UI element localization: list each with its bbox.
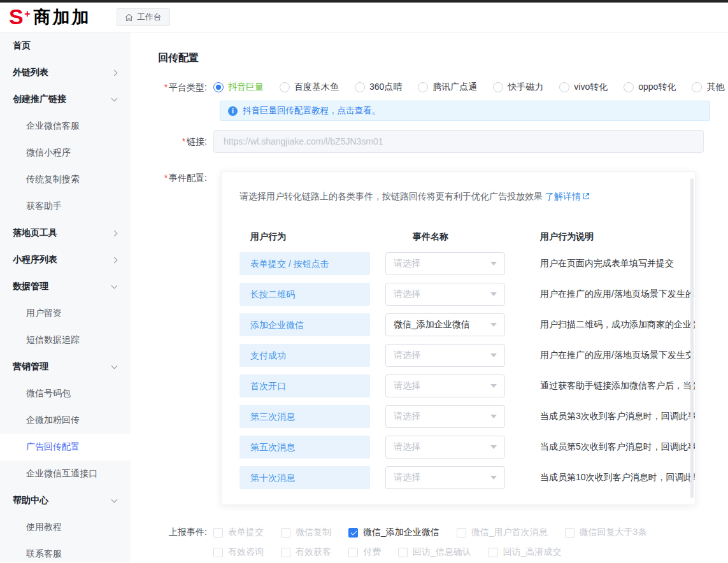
chevron-down-icon xyxy=(111,96,118,102)
event-select[interactable]: 请选择 xyxy=(385,405,505,428)
checkbox-icon xyxy=(213,528,223,538)
checkbox-paid[interactable]: 付费 xyxy=(348,546,381,558)
checkbox-valid-consult[interactable]: 有效咨询 xyxy=(213,546,264,558)
sidebar-item-home[interactable]: 首页 xyxy=(0,32,131,59)
checkbox-callback-high-intent[interactable]: 回访_高潜成交 xyxy=(489,546,562,558)
platform-radio-360[interactable]: 360点睛 xyxy=(355,82,402,93)
behavior-third-message[interactable]: 第三次消息 xyxy=(239,405,370,428)
event-config-card: 请选择用户转化链路上的各类事件，按链路回传将更有利于优化广告投放效果 了解详情 … xyxy=(221,171,696,505)
home-icon xyxy=(125,13,133,22)
event-select[interactable]: 请选择 xyxy=(385,466,505,489)
sidebar-item-help-center[interactable]: 帮助中心 xyxy=(0,487,131,514)
sidebar-item-wechat-miniprogram[interactable]: 微信小程序 xyxy=(0,139,131,166)
checkbox-icon xyxy=(281,548,290,557)
page-title: 回传配置 xyxy=(158,52,728,65)
platform-radio-group: 抖音巨量 百度基木鱼 360点睛 腾讯广点通 快手磁力 vivo转化 oppo转… xyxy=(213,82,724,93)
learn-more-link[interactable]: 了解详情 xyxy=(545,191,590,201)
brand-logo: S+ 商加加 xyxy=(9,4,91,30)
sidebar-item-marketing-management[interactable]: 营销管理 xyxy=(0,353,131,380)
event-select[interactable]: 请选择 xyxy=(385,436,505,459)
radio-icon xyxy=(280,82,290,92)
sidebar-item-contact-support[interactable]: 联系客服 xyxy=(0,541,131,562)
table-row: 第五次消息 请选择 当成员第5次收到客户消息时，回调此事... xyxy=(239,436,695,459)
chevron-down-icon xyxy=(111,497,118,503)
behavior-form-submit[interactable]: 表单提交 / 按钮点击 xyxy=(239,252,370,275)
col-header-event-name: 事件名称 xyxy=(385,231,505,243)
checkbox-icon xyxy=(489,548,498,557)
sidebar-item-copy-search[interactable]: 传统复制搜索 xyxy=(0,166,131,193)
sidebar-item-customer-helper[interactable]: 获客助手 xyxy=(0,193,131,220)
behavior-payment-success[interactable]: 支付成功 xyxy=(239,344,370,367)
required-mark: * xyxy=(164,82,168,92)
event-select[interactable]: 微信_添加企业微信 xyxy=(385,313,505,336)
checkbox-valid-lead[interactable]: 有效获客 xyxy=(281,546,331,558)
radio-icon xyxy=(355,82,365,92)
event-select[interactable]: 请选择 xyxy=(385,374,505,397)
report-events-label: 上报事件: xyxy=(158,527,213,558)
sidebar-item-sms-tracking[interactable]: 短信数据追踪 xyxy=(0,327,131,353)
sidebar-item-create-promo-link[interactable]: 创建推广链接 xyxy=(0,86,131,113)
tab-workspace[interactable]: 工作台 xyxy=(117,8,170,26)
chevron-right-icon xyxy=(111,69,118,76)
caret-down-icon xyxy=(490,415,497,418)
radio-icon xyxy=(624,82,634,92)
caret-down-icon xyxy=(490,353,497,357)
checkbox-form-submit[interactable]: 表单提交 xyxy=(213,527,264,538)
platform-radio-vivo[interactable]: vivo转化 xyxy=(559,82,608,93)
table-row: 支付成功 请选择 用户在推广的应用/落地页场景下发生交... xyxy=(239,344,695,367)
platform-radio-kuaishou[interactable]: 快手磁力 xyxy=(493,82,543,93)
sidebar-item-wecom-service[interactable]: 企业微信客服 xyxy=(0,113,131,139)
link-row: *链接: xyxy=(158,130,728,153)
event-select[interactable]: 请选择 xyxy=(385,252,505,275)
sidebar-item-ad-callback-config[interactable]: 广告回传配置 xyxy=(0,434,131,460)
sidebar-item-wecom-fan-callback[interactable]: 企微加粉回传 xyxy=(0,407,131,434)
event-select[interactable]: 请选择 xyxy=(385,344,505,367)
checkbox-callback-info-confirm[interactable]: 回访_信息确认 xyxy=(398,546,471,558)
checkbox-wechat-first-user-message[interactable]: 微信_用户首次消息 xyxy=(457,527,548,538)
platform-radio-douyin[interactable]: 抖音巨量 xyxy=(213,82,264,93)
behavior-desc: 当成员第3次收到客户消息时，回调此事... xyxy=(540,411,695,422)
platform-radio-baidu[interactable]: 百度基木鱼 xyxy=(280,82,339,93)
sidebar-item-landing-tools[interactable]: 落地页工具 xyxy=(0,220,131,246)
checkbox-wechat-replies-gt3[interactable]: 微信回复大于3条 xyxy=(565,527,647,538)
platform-radio-tencent[interactable]: 腾讯广点通 xyxy=(418,82,477,93)
table-row: 长按二维码 请选择 用户在推广的应用/落地页场景下发生的... xyxy=(239,283,695,306)
link-input[interactable] xyxy=(213,130,704,153)
behavior-fifth-message[interactable]: 第五次消息 xyxy=(239,436,370,459)
event-select[interactable]: 请选择 xyxy=(385,283,505,306)
sidebar-item-wechat-number-pack[interactable]: 微信号码包 xyxy=(0,380,131,407)
sidebar-item-external-links[interactable]: 外链列表 xyxy=(0,59,131,86)
checkbox-icon xyxy=(457,528,466,538)
table-row: 表单提交 / 按钮点击 请选择 用户在页面内完成表单填写并提交 xyxy=(239,252,695,275)
behavior-desc: 当成员第5次收到客户消息时，回调此事... xyxy=(540,441,695,453)
info-circle-icon: i xyxy=(228,106,238,116)
checkbox-icon xyxy=(213,548,223,557)
radio-icon xyxy=(692,82,702,92)
platform-radio-oppo[interactable]: oppo转化 xyxy=(624,82,676,93)
checkbox-icon xyxy=(565,528,575,538)
sidebar-item-miniprogram-list[interactable]: 小程序列表 xyxy=(0,246,131,273)
report-checkbox-group: 表单提交 微信复制 微信_添加企业微信 微信_用户首次消息 微信回复大于3条 有… xyxy=(213,527,646,558)
platform-radio-other[interactable]: 其他 xyxy=(692,82,724,93)
behavior-desc: 用户在推广的应用/落地页场景下发生交... xyxy=(540,350,695,361)
behavior-tenth-message[interactable]: 第十次消息 xyxy=(239,466,370,489)
sidebar-item-tutorials[interactable]: 使用教程 xyxy=(0,514,131,541)
table-row: 首次开口 请选择 通过获客助手链接添加微信客户后，当微... xyxy=(239,374,695,397)
event-config-intro: 请选择用户转化链路上的各类事件，按链路回传将更有利于优化广告投放效果 了解详情 xyxy=(239,190,695,203)
sidebar-item-data-management[interactable]: 数据管理 xyxy=(0,273,131,300)
sidebar-item-wecom-interop-api[interactable]: 企业微信互通接口 xyxy=(0,460,131,487)
sidebar-item-user-leads[interactable]: 用户留资 xyxy=(0,300,131,327)
card-scrollbar[interactable] xyxy=(690,178,694,498)
behavior-add-wecom[interactable]: 添加企业微信 xyxy=(239,313,370,336)
caret-down-icon xyxy=(490,445,497,449)
behavior-desc: 用户在推广的应用/落地页场景下发生的... xyxy=(540,289,695,300)
checkbox-wechat-add-wecom[interactable]: 微信_添加企业微信 xyxy=(348,527,439,538)
tutorial-link[interactable]: 抖音巨量回传配置教程，点击查看。 xyxy=(243,105,380,117)
behavior-long-press-qr[interactable]: 长按二维码 xyxy=(239,283,370,306)
report-events-row: 上报事件: 表单提交 微信复制 微信_添加企业微信 微信_用户首次消息 微信回复… xyxy=(158,527,728,558)
checkbox-wechat-copy[interactable]: 微信复制 xyxy=(281,527,331,538)
caret-down-icon xyxy=(490,476,497,480)
behavior-first-message[interactable]: 首次开口 xyxy=(239,374,370,397)
checkbox-icon xyxy=(281,528,290,538)
caret-down-icon xyxy=(490,323,497,327)
